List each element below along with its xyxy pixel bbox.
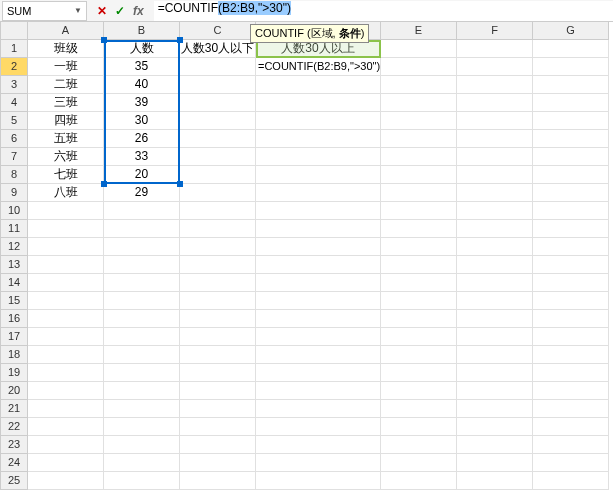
row-header-13[interactable]: 13 (0, 256, 28, 274)
cell-B16[interactable] (104, 310, 180, 328)
cell-E25[interactable] (381, 472, 457, 490)
cell-G16[interactable] (533, 310, 609, 328)
cell-A7[interactable]: 六班 (28, 148, 104, 166)
row-header-11[interactable]: 11 (0, 220, 28, 238)
formula-input[interactable]: =COUNTIF(B2:B9,">30") (154, 1, 613, 21)
cell-A2[interactable]: 一班 (28, 58, 104, 76)
cell-A1[interactable]: 班级 (28, 40, 104, 58)
cell-B21[interactable] (104, 400, 180, 418)
cell-C7[interactable] (180, 148, 256, 166)
col-header-G[interactable]: G (533, 22, 609, 40)
cell-A19[interactable] (28, 364, 104, 382)
cell-B11[interactable] (104, 220, 180, 238)
cell-F3[interactable] (457, 76, 533, 94)
row-header-23[interactable]: 23 (0, 436, 28, 454)
row-header-18[interactable]: 18 (0, 346, 28, 364)
cell-E22[interactable] (381, 418, 457, 436)
cell-C8[interactable] (180, 166, 256, 184)
cell-B25[interactable] (104, 472, 180, 490)
cell-B22[interactable] (104, 418, 180, 436)
cell-D13[interactable] (256, 256, 381, 274)
cell-B12[interactable] (104, 238, 180, 256)
cell-E2[interactable] (381, 58, 457, 76)
cell-F10[interactable] (457, 202, 533, 220)
cell-G20[interactable] (533, 382, 609, 400)
cell-D8[interactable] (256, 166, 381, 184)
cell-D20[interactable] (256, 382, 381, 400)
row-header-4[interactable]: 4 (0, 94, 28, 112)
cell-C11[interactable] (180, 220, 256, 238)
cell-F4[interactable] (457, 94, 533, 112)
cell-D21[interactable] (256, 400, 381, 418)
chevron-down-icon[interactable]: ▼ (74, 6, 82, 15)
range-handle-tl[interactable] (101, 37, 107, 43)
row-header-10[interactable]: 10 (0, 202, 28, 220)
cell-B18[interactable] (104, 346, 180, 364)
cell-C1[interactable]: 人数30人以下 (180, 40, 256, 58)
cell-A16[interactable] (28, 310, 104, 328)
cell-C20[interactable] (180, 382, 256, 400)
cell-D2[interactable]: =COUNTIF(B2:B9,">30") (256, 58, 381, 76)
row-header-9[interactable]: 9 (0, 184, 28, 202)
cell-D4[interactable] (256, 94, 381, 112)
cell-D12[interactable] (256, 238, 381, 256)
cell-G24[interactable] (533, 454, 609, 472)
cell-A9[interactable]: 八班 (28, 184, 104, 202)
cell-E3[interactable] (381, 76, 457, 94)
row-header-17[interactable]: 17 (0, 328, 28, 346)
cell-D6[interactable] (256, 130, 381, 148)
row-header-15[interactable]: 15 (0, 292, 28, 310)
cell-G15[interactable] (533, 292, 609, 310)
cell-G1[interactable] (533, 40, 609, 58)
cell-E18[interactable] (381, 346, 457, 364)
row-header-25[interactable]: 25 (0, 472, 28, 490)
cell-G3[interactable] (533, 76, 609, 94)
row-header-12[interactable]: 12 (0, 238, 28, 256)
cell-D10[interactable] (256, 202, 381, 220)
cell-G9[interactable] (533, 184, 609, 202)
cell-B3[interactable]: 40 (104, 76, 180, 94)
cell-E4[interactable] (381, 94, 457, 112)
cell-F20[interactable] (457, 382, 533, 400)
row-header-21[interactable]: 21 (0, 400, 28, 418)
cancel-icon[interactable]: ✕ (97, 4, 107, 18)
cell-F25[interactable] (457, 472, 533, 490)
cell-A25[interactable] (28, 472, 104, 490)
cell-A8[interactable]: 七班 (28, 166, 104, 184)
cell-C25[interactable] (180, 472, 256, 490)
cell-D24[interactable] (256, 454, 381, 472)
cell-D11[interactable] (256, 220, 381, 238)
cell-A11[interactable] (28, 220, 104, 238)
cell-A3[interactable]: 二班 (28, 76, 104, 94)
row-header-7[interactable]: 7 (0, 148, 28, 166)
cell-G11[interactable] (533, 220, 609, 238)
cell-F15[interactable] (457, 292, 533, 310)
cell-C2[interactable] (180, 58, 256, 76)
cell-B19[interactable] (104, 364, 180, 382)
row-header-14[interactable]: 14 (0, 274, 28, 292)
cell-D19[interactable] (256, 364, 381, 382)
cell-F17[interactable] (457, 328, 533, 346)
cell-E24[interactable] (381, 454, 457, 472)
cell-C10[interactable] (180, 202, 256, 220)
cell-G7[interactable] (533, 148, 609, 166)
cell-D5[interactable] (256, 112, 381, 130)
cell-B8[interactable]: 20 (104, 166, 180, 184)
cell-F2[interactable] (457, 58, 533, 76)
range-handle-tr[interactable] (177, 37, 183, 43)
cell-F24[interactable] (457, 454, 533, 472)
cell-B24[interactable] (104, 454, 180, 472)
row-header-1[interactable]: 1 (0, 40, 28, 58)
cell-F22[interactable] (457, 418, 533, 436)
col-header-F[interactable]: F (457, 22, 533, 40)
cell-B14[interactable] (104, 274, 180, 292)
cell-D14[interactable] (256, 274, 381, 292)
cell-G19[interactable] (533, 364, 609, 382)
cell-A6[interactable]: 五班 (28, 130, 104, 148)
cell-F6[interactable] (457, 130, 533, 148)
cell-A22[interactable] (28, 418, 104, 436)
cell-F23[interactable] (457, 436, 533, 454)
cell-B17[interactable] (104, 328, 180, 346)
cell-F8[interactable] (457, 166, 533, 184)
col-header-C[interactable]: C (180, 22, 256, 40)
